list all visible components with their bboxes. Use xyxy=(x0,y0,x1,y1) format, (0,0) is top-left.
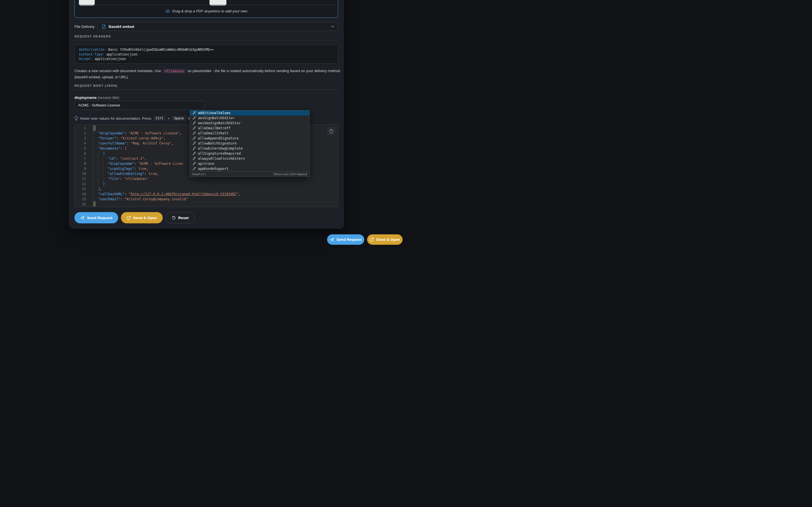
displayname-label: displayname (session title) xyxy=(74,96,119,100)
code-token: "<filedata>" xyxy=(124,176,149,181)
code-token: "Mag. Krištof Černý" xyxy=(131,141,172,146)
code-token: { xyxy=(103,151,105,156)
autocomplete-item[interactable]: alleEmailInhalt xyxy=(190,131,309,136)
code-token: "Kristof.Cerny@company.invalid" xyxy=(124,196,188,202)
floating-send-and-open-button[interactable]: Send & Open xyxy=(367,234,403,245)
code-token: , xyxy=(163,136,165,141)
indent-guide xyxy=(93,186,98,191)
binary-file-icon: 01 xyxy=(102,24,106,29)
code-token: , xyxy=(146,166,148,171)
dropzone-hint: Drag & drop a PDF anywhere to add your o… xyxy=(74,8,338,14)
api-request-builder: Drag & drop a PDF anywhere to add your o… xyxy=(0,0,406,253)
code-token: } xyxy=(93,202,95,207)
wrench-property-icon xyxy=(192,121,196,125)
code-line: 13], xyxy=(75,186,338,191)
action-bar: Send Request Send & Open Reset xyxy=(74,212,195,223)
autocomplete-item[interactable]: allSignaturesRequired xyxy=(190,151,309,156)
wrench-property-icon xyxy=(192,162,196,166)
paper-plane-icon xyxy=(329,237,334,242)
autocomplete-item[interactable]: allowAppendSignature xyxy=(190,136,309,141)
code-token: "ACME - Software License" xyxy=(129,131,180,136)
code-token: "documents" xyxy=(98,146,120,151)
line-number: 9 xyxy=(75,166,93,171)
indent-guide xyxy=(93,196,98,202)
indent-guide xyxy=(93,151,98,156)
code-token: : xyxy=(126,141,131,146)
code-token: : xyxy=(120,176,124,181)
indent-guide xyxy=(103,176,108,181)
autocomplete-item[interactable]: aesSignBatchEditor xyxy=(190,115,309,121)
send-and-open-button[interactable]: Send & Open xyxy=(121,212,163,223)
wrench-property-icon xyxy=(192,126,196,130)
file-delivery-select[interactable]: 01 Base64 embed xyxy=(98,22,338,31)
autocomplete-item[interactable]: appKundeSupport xyxy=(190,166,309,171)
indent-guide xyxy=(98,156,103,161)
line-number: 14 xyxy=(75,191,93,196)
request-headers-title: REQUEST HEADERS xyxy=(74,35,111,38)
space-key-badge: Space xyxy=(172,116,186,121)
autocomplete-item-label: allowAppendSignature xyxy=(198,136,239,140)
file-delivery-value: Base64 embed xyxy=(109,24,328,29)
line-number: 7 xyxy=(75,156,93,161)
svg-text:01: 01 xyxy=(103,26,105,28)
file-delivery-label: File Delivery xyxy=(74,24,95,29)
autocomplete-item-label: allSignaturesRequired xyxy=(198,152,241,156)
code-token: "contract-1" xyxy=(120,156,144,161)
autocomplete-item-label: alleEmailBetreff xyxy=(198,126,231,130)
code-token: "displayname" xyxy=(98,131,124,136)
indent-guide xyxy=(93,166,98,171)
callback-url-link[interactable]: http://127.0.0.1:46679/signed.html?cbkey… xyxy=(131,191,237,196)
floating-send-request-button[interactable]: Send Request xyxy=(327,234,364,245)
endpoint-description: Creates a new session with document meta… xyxy=(74,68,345,80)
autocomplete-item[interactable]: additionalValues xyxy=(190,110,309,115)
code-token: "userEmail" xyxy=(98,196,120,202)
indent-guide xyxy=(103,166,108,171)
cloud-upload-icon xyxy=(165,9,170,13)
autocomplete-item[interactable]: allowExternGwgComplete xyxy=(190,146,309,151)
code-token: : xyxy=(124,191,129,196)
code-token: } xyxy=(103,181,105,186)
wrench-property-icon xyxy=(192,111,196,115)
code-line: 11"file": "<filedata>" xyxy=(75,176,338,181)
code-line: 16} xyxy=(75,202,338,207)
external-link-icon xyxy=(370,237,374,242)
autocomplete-item[interactable]: alwaysAllowFinishExtern xyxy=(190,156,309,161)
wrench-property-icon xyxy=(192,167,196,171)
wrench-property-icon xyxy=(192,142,196,145)
autocomplete-item[interactable]: alleEmailBetreff xyxy=(190,126,309,131)
autocomplete-footer: Insert (↵) Show Less (Ctrl+Space) xyxy=(190,171,309,177)
autocomplete-item-label: appKundeSupport xyxy=(198,167,229,171)
code-token: " xyxy=(129,191,131,196)
wrench-property-icon xyxy=(192,116,196,120)
indent-guide xyxy=(93,146,98,151)
indent-guide xyxy=(93,136,98,141)
autocomplete-item[interactable]: aesSmsSignBatchEditor xyxy=(190,121,309,126)
code-line: 14"callbackURL": "http://127.0.0.1:46679… xyxy=(75,191,338,196)
line-number: 11 xyxy=(75,176,93,181)
copy-button[interactable] xyxy=(327,127,335,135)
reset-button[interactable]: Reset xyxy=(165,212,195,223)
code-token: { xyxy=(93,126,95,131)
external-link-icon xyxy=(126,216,131,220)
displayname-input[interactable] xyxy=(74,101,204,110)
chevron-down-icon xyxy=(331,25,334,27)
autocomplete-item[interactable]: allowBatchSignature xyxy=(190,141,309,146)
indent-guide xyxy=(93,181,98,186)
show-less-hint[interactable]: Show Less (Ctrl+Space) xyxy=(273,172,307,176)
code-token: : xyxy=(144,171,148,176)
autocomplete-item-label: alleEmailInhalt xyxy=(198,131,229,135)
code-token: "file" xyxy=(108,176,120,181)
autocomplete-item[interactable]: apitrace xyxy=(190,161,309,166)
header-line: Accept: application/json xyxy=(79,57,334,61)
send-request-button[interactable]: Send Request xyxy=(74,212,118,223)
code-token: , xyxy=(156,171,158,176)
code-token: " xyxy=(237,191,239,196)
indent-guide xyxy=(93,176,98,181)
code-token: "displayname" xyxy=(108,161,134,166)
indent-guide xyxy=(98,176,103,181)
wrench-property-icon xyxy=(192,157,196,161)
indent-guide xyxy=(103,171,108,176)
autocomplete-item-label: allowBatchSignature xyxy=(198,142,237,145)
code-token: "scanSigTags" xyxy=(108,166,134,171)
code-token: , xyxy=(144,156,146,161)
